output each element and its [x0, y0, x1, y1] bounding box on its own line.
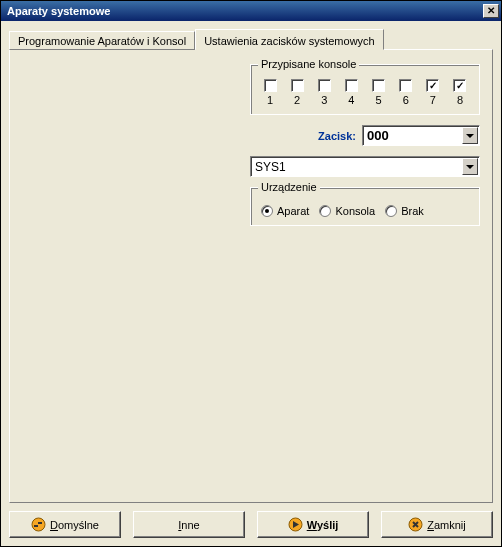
close-circle-icon — [408, 517, 423, 532]
console-checkbox-8[interactable] — [453, 79, 466, 92]
console-checkbox-5[interactable] — [372, 79, 385, 92]
assigned-consoles-group: Przypisane konsole 1 2 3 — [250, 64, 480, 115]
device-radio-label: Brak — [401, 205, 424, 217]
zacisk-row: Zacisk: 000 — [250, 125, 480, 146]
sys-value: SYS1 — [255, 160, 286, 174]
console-checkbox-4[interactable] — [345, 79, 358, 92]
defaults-label: Domyślne — [50, 519, 99, 531]
zacisk-combo[interactable]: 000 — [362, 125, 480, 146]
window-title: Aparaty systemowe — [7, 5, 110, 17]
console-col: 7 — [422, 79, 444, 106]
zacisk-label: Zacisk: — [318, 130, 356, 142]
console-checkbox-7[interactable] — [426, 79, 439, 92]
chevron-down-icon[interactable] — [462, 127, 478, 144]
console-number: 5 — [376, 94, 382, 106]
zacisk-value: 000 — [367, 128, 389, 143]
settings-stack: Przypisane konsole 1 2 3 — [250, 64, 480, 226]
chevron-down-icon[interactable] — [462, 158, 478, 175]
device-group: Urządzenie Aparat Konsola Brak — [250, 187, 480, 226]
other-button[interactable]: Inne — [133, 511, 245, 538]
console-checkbox-6[interactable] — [399, 79, 412, 92]
device-radio-label: Konsola — [335, 205, 375, 217]
console-col: 8 — [449, 79, 471, 106]
close-label: Zamknij — [427, 519, 466, 531]
close-icon[interactable]: ✕ — [483, 4, 499, 18]
svg-point-0 — [32, 518, 45, 531]
sys-combo[interactable]: SYS1 — [250, 156, 480, 177]
send-button[interactable]: Wyślij — [257, 511, 369, 538]
send-icon — [288, 517, 303, 532]
button-row: Domyślne Inne Wyślij — [9, 503, 493, 538]
tab-strip: Programowanie Aparatów i Konsol Ustawien… — [9, 29, 493, 50]
defaults-button[interactable]: Domyślne — [9, 511, 121, 538]
consoles-row: 1 2 3 4 — [259, 79, 471, 106]
console-col: 5 — [368, 79, 390, 106]
console-number: 3 — [321, 94, 327, 106]
console-number: 6 — [403, 94, 409, 106]
console-number: 2 — [294, 94, 300, 106]
defaults-icon — [31, 517, 46, 532]
console-number: 7 — [430, 94, 436, 106]
tab-panel: Przypisane konsole 1 2 3 — [9, 49, 493, 503]
tab-terminal-settings[interactable]: Ustawienia zacisków systemowych — [195, 29, 384, 50]
close-button[interactable]: Zamknij — [381, 511, 493, 538]
console-col: 4 — [340, 79, 362, 106]
console-col: 2 — [286, 79, 308, 106]
device-radio-brak[interactable] — [385, 205, 397, 217]
console-checkbox-1[interactable] — [264, 79, 277, 92]
console-col: 6 — [395, 79, 417, 106]
send-label: Wyślij — [307, 519, 339, 531]
device-radio-row: Aparat Konsola Brak — [259, 202, 471, 217]
device-radio-label: Aparat — [277, 205, 309, 217]
device-radio-aparat[interactable] — [261, 205, 273, 217]
dialog-window: Aparaty systemowe ✕ Programowanie Aparat… — [0, 0, 502, 547]
console-checkbox-3[interactable] — [318, 79, 331, 92]
tab-programming[interactable]: Programowanie Aparatów i Konsol — [9, 31, 195, 50]
content-area: Programowanie Aparatów i Konsol Ustawien… — [1, 21, 501, 546]
titlebar: Aparaty systemowe ✕ — [1, 1, 501, 21]
console-col: 1 — [259, 79, 281, 106]
assigned-consoles-title: Przypisane konsole — [258, 58, 359, 70]
console-number: 8 — [457, 94, 463, 106]
device-group-title: Urządzenie — [258, 181, 320, 193]
console-number: 4 — [348, 94, 354, 106]
other-label: Inne — [178, 519, 199, 531]
console-col: 3 — [313, 79, 335, 106]
console-number: 1 — [267, 94, 273, 106]
device-radio-konsola[interactable] — [319, 205, 331, 217]
console-checkbox-2[interactable] — [291, 79, 304, 92]
